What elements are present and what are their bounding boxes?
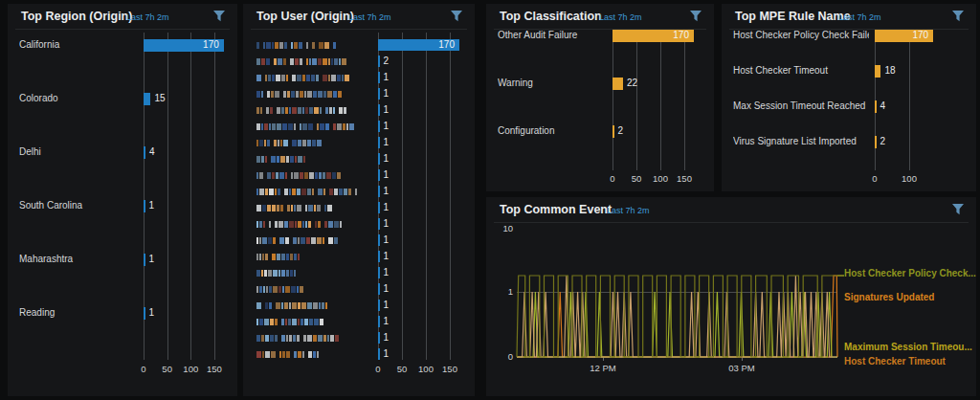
legend-item[interactable]: Signatures Updated: [844, 292, 934, 302]
redaction-block: [289, 302, 291, 309]
redaction-block: [256, 254, 258, 260]
redaction-block: [306, 75, 310, 81]
bar[interactable]: [378, 332, 380, 344]
bar[interactable]: [612, 125, 614, 138]
bar[interactable]: [612, 78, 623, 90]
redaction-block: [275, 319, 278, 325]
bar[interactable]: [144, 307, 145, 320]
bar[interactable]: [378, 121, 380, 132]
bar[interactable]: [144, 146, 145, 159]
redaction-block: [306, 237, 310, 244]
bar[interactable]: [378, 283, 380, 295]
redaction-block: [327, 205, 332, 211]
bar[interactable]: [875, 65, 880, 78]
redaction-block: [264, 140, 266, 146]
redaction-block: [301, 302, 306, 309]
bar[interactable]: [875, 100, 877, 113]
redaction-block: [275, 42, 278, 49]
bar[interactable]: [378, 153, 380, 165]
redaction-block: [259, 286, 262, 293]
redaction-block: [261, 270, 263, 277]
redaction-block: [338, 91, 342, 98]
bar[interactable]: [144, 93, 150, 105]
bar[interactable]: [378, 56, 380, 67]
redaction-block: [263, 42, 265, 49]
redaction-block: [308, 123, 313, 130]
redaction-block: [311, 75, 315, 81]
bar[interactable]: [378, 169, 380, 181]
redaction-block: [331, 75, 336, 81]
redaction-block: [298, 237, 300, 244]
category-label: Configuration: [498, 125, 607, 136]
redaction-block: [259, 189, 264, 195]
redaction-block: [262, 237, 267, 244]
gridline: [426, 33, 427, 360]
redaction-block: [266, 286, 268, 293]
redaction-block: [328, 221, 333, 228]
redaction-block: [263, 286, 265, 293]
redaction-block: [294, 351, 297, 358]
redaction-block: [339, 107, 343, 114]
redacted-user-name: [256, 106, 347, 114]
legend-item[interactable]: Host Checker Timeout: [844, 356, 946, 367]
redaction-block: [319, 302, 321, 309]
redaction-block: [307, 302, 312, 309]
redaction-block: [302, 107, 304, 114]
bar[interactable]: [378, 186, 380, 197]
redaction-block: [264, 270, 267, 277]
redaction-block: [278, 221, 283, 228]
redaction-block: [272, 172, 275, 179]
redaction-block: [318, 221, 321, 228]
gridline: [214, 33, 215, 360]
redaction-block: [305, 107, 308, 114]
bar[interactable]: [144, 200, 145, 212]
redaction-block: [293, 237, 297, 244]
legend-item[interactable]: Maximum Session Timeou...: [844, 342, 972, 352]
redaction-block: [300, 123, 301, 130]
redaction-block: [292, 107, 297, 114]
bar[interactable]: [378, 104, 380, 116]
bar[interactable]: [144, 254, 145, 266]
redaction-block: [294, 270, 296, 277]
bar[interactable]: [378, 88, 380, 100]
redaction-block: [300, 91, 303, 98]
bar[interactable]: [378, 137, 380, 148]
y-axis-label: 10: [488, 223, 513, 233]
bar[interactable]: [378, 348, 380, 360]
redacted-user-name: [256, 74, 350, 81]
panel-top-common-event: Top Common Event Last 7h 2m 101012 PM03 …: [486, 197, 976, 396]
redaction-block: [276, 75, 280, 81]
redaction-block: [327, 91, 332, 98]
bar[interactable]: [378, 251, 380, 262]
bar[interactable]: [378, 72, 380, 83]
redaction-block: [309, 319, 313, 325]
redaction-block: [312, 140, 316, 146]
redaction-block: [304, 91, 306, 98]
redaction-block: [277, 107, 280, 114]
redaction-block: [307, 189, 311, 195]
bar[interactable]: [378, 316, 380, 327]
category-label: Maharashtra: [19, 254, 138, 264]
redaction-block: [344, 189, 347, 195]
category-label: California: [19, 39, 138, 50]
bar[interactable]: [378, 267, 380, 278]
bar-value: 2: [880, 136, 886, 146]
bar-value: 2: [618, 125, 624, 136]
bar[interactable]: [378, 202, 380, 213]
bar-value: 1: [384, 267, 390, 278]
redaction-block: [294, 172, 299, 179]
bar[interactable]: [378, 234, 380, 246]
bar-value: 170: [378, 39, 455, 50]
bar[interactable]: [875, 136, 877, 148]
redaction-block: [316, 75, 319, 81]
redaction-block: [309, 172, 314, 179]
redaction-block: [265, 351, 270, 358]
bar[interactable]: [378, 218, 380, 230]
redaction-block: [332, 172, 336, 179]
redaction-block: [318, 58, 322, 65]
redaction-block: [323, 335, 326, 342]
redaction-block: [273, 286, 278, 293]
bar[interactable]: [378, 300, 380, 311]
legend-item[interactable]: Host Checker Policy Check...: [844, 268, 976, 278]
redaction-block: [348, 189, 351, 195]
